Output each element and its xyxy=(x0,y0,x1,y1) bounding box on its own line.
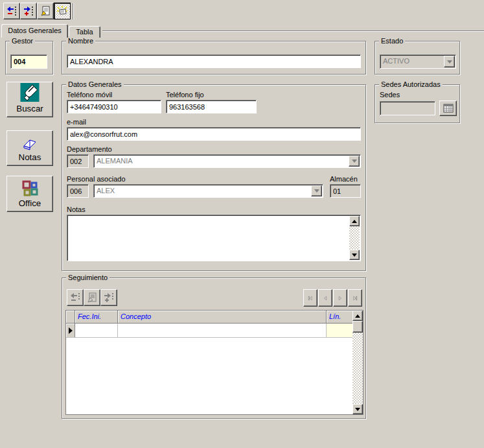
main-toolbar xyxy=(0,0,484,22)
sedes-autorizadas-group: Sedes Autorizadas Sedes xyxy=(375,84,460,123)
arrow-down-icon xyxy=(352,253,357,257)
first-record-button[interactable] xyxy=(303,289,317,307)
sedes-input[interactable] xyxy=(380,101,435,115)
almacen-label: Almacén xyxy=(330,175,358,183)
almacen-input[interactable] xyxy=(330,184,361,198)
notepad-edit-icon xyxy=(87,292,97,303)
arrow-left-minus-icon xyxy=(70,292,80,303)
grid-header-fec-ini: Fec.Ini. xyxy=(75,311,118,324)
email-label: e-mail xyxy=(67,118,86,126)
notas-scrollbar[interactable] xyxy=(349,216,360,260)
grid-cell-lin[interactable] xyxy=(327,324,354,338)
departamento-combobox-value: ALEMANIA xyxy=(94,155,348,167)
sedes-lookup-button[interactable] xyxy=(439,100,457,116)
departamento-code-input[interactable] xyxy=(67,154,89,168)
card-flash-icon xyxy=(57,6,67,16)
grid-header-concepto: Concepto xyxy=(118,311,327,324)
notas-textarea[interactable] xyxy=(67,215,361,261)
grid-cell-fec-ini[interactable] xyxy=(75,324,118,338)
departamento-label: Departamento xyxy=(67,145,112,153)
departamento-dropdown-button[interactable] xyxy=(349,156,360,167)
office-button-label: Office xyxy=(19,198,41,208)
previous-record-icon xyxy=(323,294,328,302)
view-record-button[interactable] xyxy=(54,3,71,19)
next-record-button[interactable] xyxy=(333,289,347,307)
nombre-group-label: Nombre xyxy=(66,36,95,45)
tab-datos-generales[interactable]: Datos Generales xyxy=(1,24,68,38)
grid-cell-concepto[interactable] xyxy=(118,324,327,338)
last-record-icon xyxy=(352,294,358,302)
arrow-down-icon xyxy=(355,408,360,411)
seguimiento-group-label: Seguimiento xyxy=(66,273,109,282)
scroll-up-button[interactable] xyxy=(349,216,360,226)
estado-combobox-value: ACTIVO xyxy=(380,55,443,68)
seguimiento-grid: Fec.Ini. Concepto Lín. xyxy=(65,310,363,415)
first-record-icon xyxy=(308,294,313,302)
grid-scrollbar[interactable] xyxy=(352,311,363,414)
telefono-fijo-label: Teléfono fijo xyxy=(166,91,204,99)
chevron-down-icon xyxy=(352,159,357,163)
estado-group-label: Estado xyxy=(379,36,405,45)
seguimiento-group: Seguimiento xyxy=(62,277,366,419)
notas-button[interactable]: Notas xyxy=(6,130,53,166)
personal-asociado-dropdown-button[interactable] xyxy=(311,185,322,196)
datos-generales-group-label: Datos Generales xyxy=(66,80,124,89)
personal-asociado-label: Personal asociado xyxy=(67,175,126,183)
notas-button-label: Notas xyxy=(19,152,41,162)
search-hand-icon xyxy=(20,83,40,102)
next-record-icon xyxy=(338,294,343,302)
arrow-left-minus-icon xyxy=(6,6,17,16)
personal-asociado-code-input[interactable] xyxy=(67,184,89,198)
gestor-group: Gestor xyxy=(5,41,53,75)
tabstrip-divider xyxy=(102,30,484,32)
toolbar-separator xyxy=(73,3,74,19)
arrow-up-icon xyxy=(355,314,360,318)
sedes-label: Sedes xyxy=(380,91,400,99)
gestor-group-label: Gestor xyxy=(10,36,35,45)
buscar-button-label: Buscar xyxy=(16,104,43,113)
datos-generales-group: Datos Generales Teléfono móvil Teléfono … xyxy=(62,84,366,271)
seguimiento-edit-button[interactable] xyxy=(84,289,100,306)
grid-data-row[interactable] xyxy=(66,324,363,338)
telefono-movil-label: Teléfono móvil xyxy=(67,91,112,99)
notebook-icon xyxy=(22,139,38,150)
personal-asociado-combobox-value: ALEX xyxy=(94,185,310,197)
grid-row-selector[interactable] xyxy=(66,324,75,338)
office-button[interactable]: Office xyxy=(6,176,53,212)
email-input[interactable] xyxy=(67,127,361,141)
chevron-down-icon xyxy=(447,60,452,64)
scrollbar-thumb[interactable] xyxy=(352,321,363,333)
grid-header-row: Fec.Ini. Concepto Lín. xyxy=(66,311,363,324)
estado-group: Estado ACTIVO xyxy=(375,41,460,75)
notepad-edit-icon xyxy=(40,6,51,16)
edit-record-button[interactable] xyxy=(37,3,54,19)
seguimiento-remove-button[interactable] xyxy=(67,289,84,306)
grid-header-lin: Lín. xyxy=(327,311,354,324)
scroll-down-button[interactable] xyxy=(352,404,363,414)
remove-record-button[interactable] xyxy=(3,3,20,19)
buscar-button[interactable]: Buscar xyxy=(6,82,53,117)
grid-header-selector xyxy=(66,311,75,324)
personal-asociado-combobox[interactable]: ALEX xyxy=(93,184,323,198)
chevron-down-icon xyxy=(314,189,319,193)
nombre-group: Nombre xyxy=(62,41,366,75)
telefono-movil-input[interactable] xyxy=(67,100,161,113)
nombre-input[interactable] xyxy=(67,54,361,68)
telefono-fijo-input[interactable] xyxy=(166,100,257,113)
add-record-button[interactable] xyxy=(20,3,37,19)
arrow-right-plus-icon xyxy=(23,6,34,16)
estado-dropdown-button[interactable] xyxy=(444,56,455,67)
arrow-up-icon xyxy=(352,220,357,223)
seguimiento-add-button[interactable] xyxy=(100,289,117,306)
scroll-up-button[interactable] xyxy=(352,311,363,321)
sedes-autorizadas-group-label: Sedes Autorizadas xyxy=(379,80,443,89)
office-logo-icon xyxy=(21,180,38,196)
previous-record-button[interactable] xyxy=(318,289,332,307)
gestor-code-input[interactable] xyxy=(10,54,47,69)
departamento-combobox[interactable]: ALEMANIA xyxy=(93,154,361,168)
estado-combobox[interactable]: ACTIVO xyxy=(380,54,456,69)
scroll-down-button[interactable] xyxy=(349,250,360,260)
arrow-right-plus-icon xyxy=(104,292,114,303)
table-grid-icon xyxy=(443,104,454,113)
last-record-button[interactable] xyxy=(348,289,362,307)
